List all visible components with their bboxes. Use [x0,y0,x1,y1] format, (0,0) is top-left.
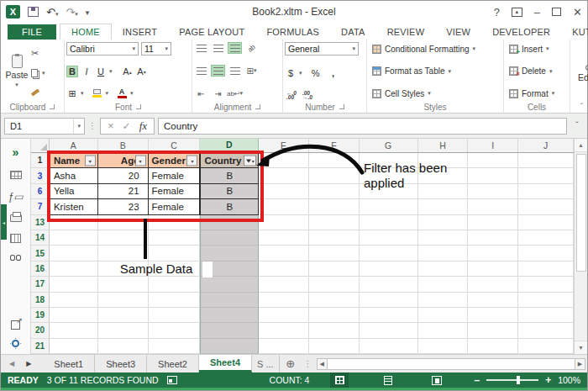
undo-icon[interactable]: ↶▾ [46,7,58,18]
grid-cell-A20[interactable] [50,323,98,338]
grid-cell-C19[interactable] [149,308,201,323]
grid-cell-B3[interactable]: 20 [98,168,149,183]
grid-cell-G19[interactable] [360,308,418,323]
grid-cell-H17[interactable] [418,277,469,292]
number-dialog-launcher-icon[interactable] [339,104,344,109]
align-top-icon[interactable] [194,42,208,54]
collapse-ribbon-icon[interactable]: ˆ [580,102,583,110]
row-header-16[interactable]: 16 [31,262,50,277]
column-header-B[interactable]: B [98,139,149,152]
grid-cell-D6[interactable]: B [200,184,259,199]
grid-cell-J7[interactable] [518,199,574,214]
grid-cell-A17[interactable] [50,277,98,292]
printer-icon[interactable] [10,214,22,222]
align-center-icon[interactable] [211,65,225,77]
sheet-tab-s[interactable]: S ... [252,355,280,373]
grid-cell-E1[interactable] [259,153,309,168]
bold-button[interactable]: B [66,66,78,77]
grid-cell-H15[interactable] [418,246,469,261]
horizontal-scroll-track[interactable] [328,358,575,370]
alignment-dialog-launcher-icon[interactable] [255,104,260,109]
grid-cell-D16[interactable] [200,262,259,277]
grid-cell-H1[interactable] [418,153,469,168]
grid-cell-J18[interactable] [518,293,574,308]
expand-formula-bar-icon[interactable]: ˇ [570,118,584,135]
paste-button[interactable]: Paste ▾ [3,42,31,101]
grid-cell-E7[interactable] [259,199,309,214]
sheet-nav-right-icon[interactable]: ▶ [26,360,31,367]
number-format-select[interactable]: General▾ [285,42,359,55]
zoom-slider[interactable] [486,379,538,381]
grid-cell-E17[interactable] [259,277,309,292]
grid-cell-E18[interactable] [259,293,309,308]
grid-cell-E6[interactable] [259,184,309,199]
grid-cell-F15[interactable] [309,246,360,261]
grid-cell-H20[interactable] [418,323,469,338]
customize-toolbar-icon[interactable]: –▾ [86,9,89,14]
grid-cell-G21[interactable] [360,339,418,354]
row-header-18[interactable]: 18 [31,293,50,308]
row-header-13[interactable]: 13 [31,215,50,230]
tab-splitter[interactable]: ⋮ [302,355,315,373]
grid-cell-D17[interactable] [200,277,259,292]
row-header-14[interactable]: 14 [31,230,50,246]
scroll-left-icon[interactable]: ◀ [317,358,328,370]
increase-indent-icon[interactable]: ⇥ [211,87,225,99]
format-painter-icon[interactable] [31,88,39,96]
grid-cell-H7[interactable] [418,199,469,214]
grid-cell-G6[interactable] [360,184,418,199]
italic-button[interactable]: I [81,66,92,77]
confirm-entry-icon[interactable]: ✓ [123,120,131,132]
grid-cell-E21[interactable] [259,339,309,354]
help-icon[interactable]: ? [494,7,500,18]
grid-cell-I17[interactable] [468,277,518,292]
pane-handle[interactable]: ◂ [1,204,7,240]
grid-cell-A14[interactable] [50,230,98,246]
grid-cell-F17[interactable] [309,277,360,292]
grid-cell-B1[interactable]: Age▾ [98,153,149,168]
grid-cell-G7[interactable] [360,199,418,214]
select-all-corner[interactable] [31,139,50,152]
grid-cell-A6[interactable]: Yella [50,184,98,199]
name-box[interactable]: D1▾ [4,118,85,135]
row-header-15[interactable]: 15 [31,246,50,261]
grid-cell-I7[interactable] [468,199,518,214]
grid-cell-F14[interactable] [309,230,360,246]
grid-cell-C15[interactable] [149,246,201,261]
underline-button[interactable]: U [95,66,107,77]
grid-cell-J20[interactable] [518,323,574,338]
grid-cell-A19[interactable] [50,308,98,323]
clipboard-dialog-launcher-icon[interactable] [50,104,55,109]
grid-cell-J15[interactable] [518,246,574,261]
grid-cell-D1[interactable]: Country▾ [200,153,259,168]
grid-cell-H3[interactable] [418,168,469,183]
cut-icon[interactable]: ✂ [31,49,39,58]
grid-cell-J21[interactable] [518,339,574,354]
grid-cell-H21[interactable] [418,339,469,354]
grid-cell-I16[interactable] [468,262,518,277]
settings-gear-icon[interactable] [12,340,19,347]
grid-cell-F18[interactable] [309,293,360,308]
row-header-21[interactable]: 21 [31,339,50,354]
grid-cell-A7[interactable]: Kristen [50,199,98,214]
ribbon-tab-file[interactable]: FILE [8,24,56,40]
grid-cell-D7[interactable]: B [200,199,259,214]
grid-cell-F13[interactable] [309,215,360,230]
grid-cell-G15[interactable] [360,246,418,261]
grid-cell-C20[interactable] [149,323,201,338]
grid-cell-I13[interactable] [468,215,518,230]
grid-cell-J14[interactable] [518,230,574,246]
wrap-text-icon[interactable]: ab↩▾ [228,87,242,99]
grid-cell-F1[interactable] [309,153,360,168]
grid-cell-G13[interactable] [360,215,418,230]
cell-styles-button[interactable]: Cell Styles▾ [372,87,501,99]
grid-cell-F21[interactable] [309,339,360,354]
grid-cell-A15[interactable] [50,246,98,261]
redo-icon[interactable]: ↷▾ [66,7,77,18]
grid-cell-I6[interactable] [468,184,518,199]
grid-cell-H6[interactable] [418,184,469,199]
grid-cell-J17[interactable] [518,277,574,292]
grid-cell-G16[interactable] [360,262,418,277]
grid-cell-F19[interactable] [309,308,360,323]
grid-cell-F3[interactable] [309,168,360,183]
